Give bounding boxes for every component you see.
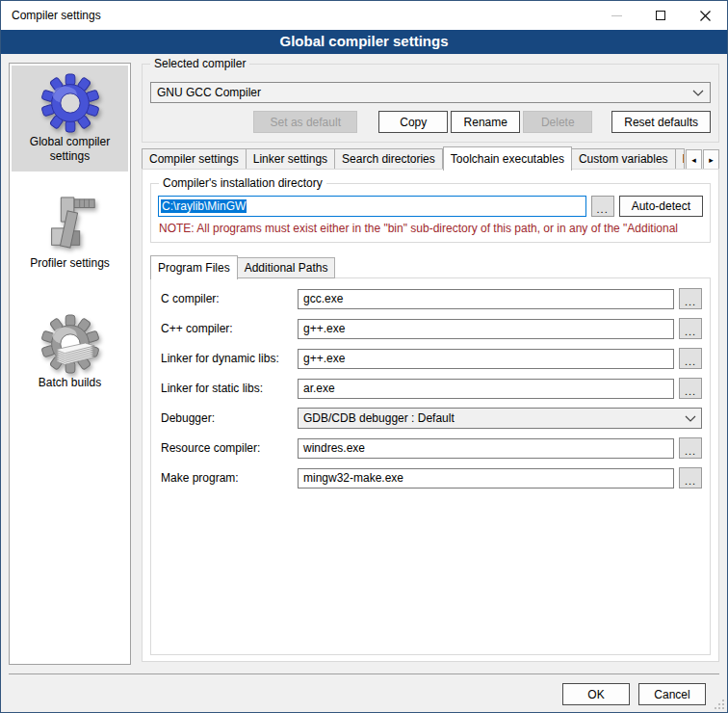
static-linker-browse-button[interactable]: ... (679, 378, 702, 399)
cpp-compiler-input[interactable]: g++.exe (298, 319, 674, 339)
compiler-select-value: GNU GCC Compiler (157, 86, 261, 99)
sidebar-item-label: Global compiler settings (12, 135, 128, 172)
field-label: C++ compiler: (161, 322, 298, 335)
browse-ellipsis-icon: ... (685, 384, 696, 398)
caption-buttons (594, 1, 727, 30)
compiler-settings-dialog: Compiler settings Global compiler settin… (0, 0, 728, 713)
install-dir-note: NOTE: All programs must exist either in … (159, 222, 702, 235)
field-value: windres.exe (303, 441, 365, 455)
set-as-default-button[interactable]: Set as default (253, 111, 357, 133)
minimize-icon (611, 15, 622, 16)
dynamic-linker-input[interactable]: g++.exe (298, 349, 674, 369)
debugger-select-value: GDB/CDB debugger : Default (303, 411, 455, 425)
browse-ellipsis-icon: ... (685, 295, 696, 308)
resource-compiler-input[interactable]: windres.exe (298, 438, 674, 459)
cpp-compiler-browse-button[interactable]: ... (679, 318, 702, 339)
field-row-cpp-compiler: C++ compiler: g++.exe ... (161, 318, 702, 339)
scroll-right-icon: ▸ (709, 155, 714, 165)
chevron-down-icon (685, 415, 696, 422)
subtab-program-files[interactable]: Program Files (150, 255, 238, 279)
field-label: Make program: (161, 471, 298, 485)
tab-build-options[interactable]: Build options (676, 148, 685, 170)
browse-ellipsis-icon: ... (685, 355, 696, 368)
resource-compiler-browse-button[interactable]: ... (679, 437, 702, 459)
field-row-static-linker: Linker for static libs: ar.exe ... (161, 378, 702, 399)
debugger-select[interactable]: GDB/CDB debugger : Default (298, 408, 702, 429)
resize-grip[interactable] (713, 698, 724, 709)
field-row-dynamic-linker: Linker for dynamic libs: g++.exe ... (161, 348, 702, 369)
sidebar-item-global-compiler-settings[interactable]: Global compiler settings (12, 66, 128, 172)
tab-toolchain-executables[interactable]: Toolchain executables (443, 146, 572, 171)
tab-compiler-settings[interactable]: Compiler settings (142, 148, 247, 170)
gear-blue-icon (40, 73, 100, 133)
selected-compiler-group-label: Selected compiler (150, 57, 249, 70)
field-value: mingw32-make.exe (303, 471, 403, 485)
install-dir-input[interactable]: C:\raylib\MinGW (158, 196, 586, 217)
dialog-buttons: OK Cancel (562, 683, 706, 705)
tab-linker-settings[interactable]: Linker settings (247, 148, 335, 170)
subtab-additional-paths[interactable]: Additional Paths (238, 257, 336, 278)
install-dir-browse-button[interactable]: ... (591, 196, 614, 217)
dialog-body: Global compiler settings (1, 54, 727, 712)
field-value: ar.exe (303, 382, 335, 395)
toolchain-subtabs: Program Files Additional Paths (150, 254, 711, 278)
page-title: Global compiler settings (1, 30, 727, 54)
close-button[interactable] (683, 1, 727, 30)
compiler-select[interactable]: GNU GCC Compiler (150, 82, 711, 103)
main-panel: Selected compiler GNU GCC Compiler Set a… (142, 54, 719, 712)
field-row-debugger: Debugger: GDB/CDB debugger : Default (161, 408, 702, 429)
tab-scroll-left-button[interactable]: ◂ (686, 149, 702, 170)
field-value: g++.exe (303, 322, 345, 335)
tab-search-directories[interactable]: Search directories (335, 148, 443, 170)
caliper-icon (40, 195, 100, 254)
c-compiler-browse-button[interactable]: ... (679, 288, 702, 309)
settings-tabstrip: Compiler settings Linker settings Search… (142, 145, 719, 170)
gear-papers-icon (40, 314, 100, 374)
static-linker-input[interactable]: ar.exe (298, 379, 674, 399)
field-row-c-compiler: C compiler: gcc.exe ... (161, 288, 702, 309)
maximize-button[interactable] (638, 1, 683, 30)
field-value: gcc.exe (303, 292, 343, 305)
scroll-left-icon: ◂ (691, 155, 696, 165)
rename-button[interactable]: Rename (451, 111, 520, 133)
chevron-down-icon (692, 90, 704, 96)
c-compiler-input[interactable]: gcc.exe (298, 289, 674, 309)
install-dir-group: Compiler's installation directory C:\ray… (150, 183, 711, 243)
toolchain-executables-page: Compiler's installation directory C:\ray… (142, 169, 719, 662)
maximize-icon (656, 11, 665, 20)
sidebar-item-label: Batch builds (12, 376, 128, 398)
sidebar-item-batch-builds[interactable]: Batch builds (12, 306, 128, 398)
compiler-actions: Set as default Copy Rename Delete Reset … (150, 111, 711, 133)
field-value: g++.exe (303, 352, 345, 365)
delete-button[interactable]: Delete (523, 111, 592, 133)
browse-ellipsis-icon: ... (597, 202, 609, 216)
install-dir-value: C:\raylib\MinGW (161, 199, 247, 213)
tab-scroll-buttons: ◂ ▸ (685, 149, 719, 170)
minimize-button[interactable] (594, 1, 638, 30)
field-label: Resource compiler: (161, 441, 298, 455)
field-label: C compiler: (161, 292, 298, 305)
cancel-button[interactable]: Cancel (638, 683, 706, 705)
reset-defaults-button[interactable]: Reset defaults (611, 111, 711, 133)
close-icon (700, 11, 711, 21)
tab-scroll-right-button[interactable]: ▸ (703, 149, 719, 170)
field-label: Linker for dynamic libs: (161, 352, 298, 365)
titlebar: Compiler settings (1, 1, 727, 30)
install-dir-group-label: Compiler's installation directory (159, 176, 326, 190)
ok-button[interactable]: OK (562, 683, 630, 705)
sidebar-item-label: Profiler settings (12, 256, 128, 278)
make-program-input[interactable]: mingw32-make.exe (298, 468, 674, 489)
copy-button[interactable]: Copy (378, 111, 448, 133)
dynamic-linker-browse-button[interactable]: ... (679, 348, 702, 369)
footer-divider (9, 673, 719, 674)
field-label: Debugger: (161, 411, 298, 425)
sidebar-item-profiler-settings[interactable]: Profiler settings (12, 187, 128, 278)
install-dir-row: C:\raylib\MinGW ... Auto-detect (158, 196, 703, 217)
settings-category-list: Global compiler settings (9, 63, 131, 665)
tab-custom-variables[interactable]: Custom variables (572, 148, 676, 170)
field-label: Linker for static libs: (161, 382, 298, 395)
auto-detect-button[interactable]: Auto-detect (619, 196, 703, 217)
make-program-browse-button[interactable]: ... (679, 467, 702, 489)
field-row-make-program: Make program: mingw32-make.exe ... (161, 467, 702, 489)
browse-ellipsis-icon: ... (685, 474, 696, 488)
